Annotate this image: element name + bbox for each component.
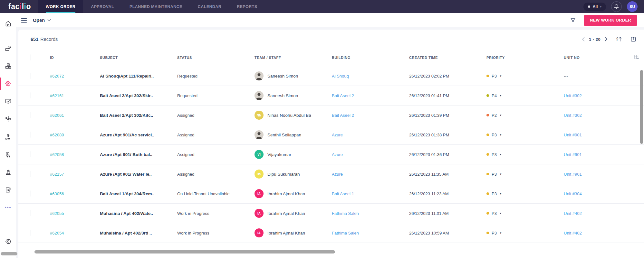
unit-link[interactable]: Unit #302 (564, 113, 644, 118)
building-link[interactable]: Azure (332, 152, 409, 157)
user-avatar[interactable]: SU (627, 1, 638, 12)
work-order-id-link[interactable]: #63056 (50, 191, 100, 196)
priority-dropdown[interactable]: P2 ▼ (486, 113, 564, 118)
nav-tab-approval[interactable]: APPROVAL (83, 0, 122, 13)
work-order-id-link[interactable]: #62058 (50, 152, 100, 157)
priority-dropdown[interactable]: P3 ▼ (486, 191, 564, 196)
facilio-logo[interactable]: facilio (0, 0, 36, 13)
work-order-subject[interactable]: Azure /Apt 901/Ac servici.. (100, 133, 177, 137)
column-header-created-time[interactable]: CREATED TIME (409, 56, 486, 60)
priority-dropdown[interactable]: P3 ▼ (486, 133, 564, 137)
work-order-id-link[interactable]: #62054 (50, 231, 100, 235)
unit-link[interactable]: Unit #304 (564, 191, 644, 196)
work-order-id-link[interactable]: #62161 (50, 93, 100, 98)
vertical-scrollbar-thumb[interactable] (640, 70, 643, 144)
nav-tab-calendar[interactable]: CALENDAR (190, 0, 229, 13)
filter-button[interactable] (570, 18, 576, 23)
unit-link[interactable]: Unit #901 (564, 152, 644, 157)
unit-link[interactable]: Unit #402 (564, 211, 644, 216)
table-row[interactable]: #62072 Al Shouq/Apt 111/Repairi.. Reques… (18, 66, 644, 86)
column-header-id[interactable]: ID (50, 56, 100, 60)
unit-link[interactable]: Unit #402 (564, 231, 644, 235)
work-order-subject[interactable]: Azure /Apt 901/ Both bal.. (100, 152, 177, 157)
building-link[interactable]: Al Shouq (332, 74, 409, 78)
row-checkbox[interactable] (31, 210, 31, 216)
unit-link[interactable]: Unit #901 (564, 133, 644, 137)
nav-tab-planned-maintenance[interactable]: PLANNED MAINTENANCE (122, 0, 190, 13)
work-order-subject[interactable]: Bait Aseel 1/Apt 304/Rem.. (100, 191, 177, 196)
table-row[interactable]: #62055 Muhasina / Apt 402/Wate.. Work in… (18, 203, 644, 223)
next-page-button[interactable] (605, 37, 608, 41)
column-header-subject[interactable]: SUBJECT (100, 56, 177, 60)
table-row[interactable]: #62061 Bait Aseel 2/Apt 302/Kitc.. Assig… (18, 105, 644, 125)
notifications-button[interactable] (611, 1, 622, 12)
new-work-order-button[interactable]: NEW WORK ORDER (584, 15, 637, 26)
table-row[interactable]: #63056 Bait Aseel 1/Apt 304/Rem.. On Hol… (18, 184, 644, 203)
table-row[interactable]: #62054 Muhaisina / Apt 402/3rd .. Work i… (18, 223, 644, 243)
sidebar-item-more[interactable]: ••• (0, 200, 16, 215)
work-order-subject[interactable]: Azure /Apt 901/ Water le.. (100, 172, 177, 177)
sidebar-item-home[interactable] (0, 16, 16, 31)
work-order-id-link[interactable]: #62055 (50, 211, 100, 216)
sidebar-item-workforce[interactable] (0, 165, 16, 179)
building-link[interactable]: Bait Aseel 1 (332, 191, 409, 196)
sidebar-item-settings[interactable] (0, 234, 16, 248)
nav-tab-reports[interactable]: REPORTS (229, 0, 265, 13)
unit-link[interactable]: --- (564, 74, 644, 78)
priority-dropdown[interactable]: P4 ▼ (486, 93, 564, 98)
building-link[interactable]: Bait Aseel 2 (332, 113, 409, 118)
work-order-subject[interactable]: Bait Aseel 2/Apt 302/Skir.. (100, 93, 177, 98)
export-button[interactable] (630, 36, 636, 42)
column-header-unit-no[interactable]: UNIT NO (564, 56, 644, 60)
column-header-status[interactable]: STATUS (177, 56, 255, 60)
priority-dropdown[interactable]: P3 ▼ (486, 172, 564, 177)
building-link[interactable]: Fathima Saleh (332, 231, 409, 235)
priority-dropdown[interactable]: P3 ▼ (486, 74, 564, 78)
work-order-subject[interactable]: Bait Aseel 2/Apt 302/Kitc.. (100, 113, 177, 118)
select-all-checkbox[interactable] (31, 54, 31, 60)
building-link[interactable]: Azure (332, 133, 409, 137)
column-header-priority[interactable]: PRIORITY (486, 56, 564, 60)
table-row[interactable]: #62089 Azure /Apt 901/Ac servici.. Assig… (18, 125, 644, 144)
row-checkbox[interactable] (31, 112, 31, 118)
row-checkbox[interactable] (31, 132, 31, 138)
table-row[interactable]: #62157 Azure /Apt 901/ Water le.. Assign… (18, 164, 644, 184)
view-list-button[interactable] (21, 18, 27, 23)
row-checkbox[interactable] (31, 230, 31, 236)
sidebar-item-workflow[interactable] (0, 112, 16, 126)
prev-page-button[interactable] (582, 37, 585, 41)
row-checkbox[interactable] (31, 171, 31, 177)
horizontal-scrollbar-thumb[interactable] (34, 250, 335, 253)
work-order-id-link[interactable]: #62061 (50, 113, 100, 118)
priority-dropdown[interactable]: P3 ▼ (486, 231, 564, 235)
building-link[interactable]: Bait Aseel 2 (332, 93, 409, 98)
work-order-subject[interactable]: Muhaisina / Apt 402/3rd .. (100, 231, 177, 235)
sidebar-item-vendor[interactable] (0, 130, 16, 144)
row-checkbox[interactable] (31, 151, 31, 157)
building-link[interactable]: Fathima Saleh (332, 211, 409, 216)
priority-dropdown[interactable]: P3 ▼ (486, 211, 564, 216)
work-order-id-link[interactable]: #62072 (50, 74, 100, 78)
customize-columns-button[interactable] (634, 54, 639, 61)
sidebar-item-notes[interactable] (0, 183, 16, 197)
scope-selector[interactable]: All ▾ (583, 3, 606, 11)
sidebar-item-finance[interactable] (0, 41, 16, 55)
table-row[interactable]: #62161 Bait Aseel 2/Apt 302/Skir.. Reque… (18, 86, 644, 105)
row-checkbox[interactable] (31, 73, 31, 79)
sidebar-item-dashboard[interactable] (0, 94, 16, 108)
nav-tab-work-order[interactable]: WORK ORDER (38, 0, 83, 13)
priority-dropdown[interactable]: P3 ▼ (486, 152, 564, 157)
sidebar-item-procurement[interactable] (0, 147, 16, 161)
view-dropdown[interactable]: Open (33, 18, 51, 23)
sidebar-item-maintenance[interactable] (0, 77, 16, 91)
work-order-subject[interactable]: Al Shouq/Apt 111/Repairi.. (100, 74, 177, 78)
sort-button[interactable]: AZ (616, 37, 622, 42)
work-order-id-link[interactable]: #62157 (50, 172, 100, 177)
table-row[interactable]: #62058 Azure /Apt 901/ Both bal.. Assign… (18, 144, 644, 164)
building-link[interactable]: Azure (332, 172, 409, 177)
work-order-subject[interactable]: Muhasina / Apt 402/Wate.. (100, 211, 177, 216)
unit-link[interactable]: Unit #901 (564, 172, 644, 177)
work-order-id-link[interactable]: #62089 (50, 133, 100, 137)
unit-link[interactable]: Unit #302 (564, 93, 644, 98)
row-checkbox[interactable] (31, 92, 31, 98)
